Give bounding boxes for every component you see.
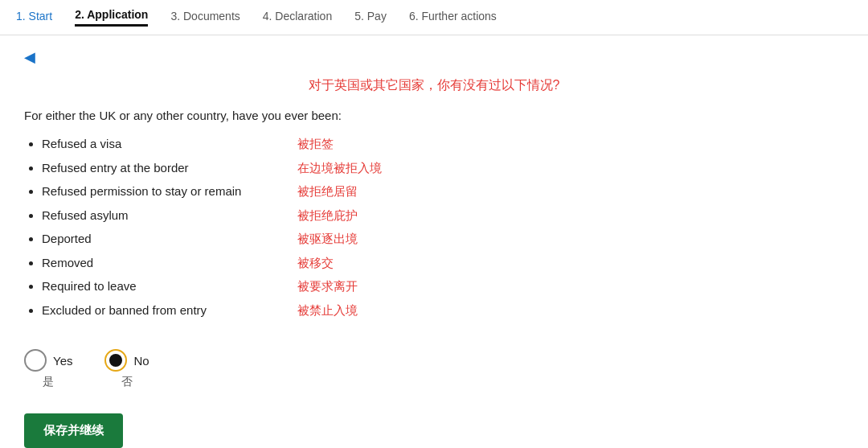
list-item-chinese-0: 被拒签	[297, 135, 844, 154]
back-button[interactable]: ◀	[24, 48, 35, 66]
list-item-english-5: Removed	[42, 254, 297, 273]
list-item-chinese-1: 在边境被拒入境	[297, 159, 844, 178]
nav-item-5-pay[interactable]: 5. Pay	[354, 10, 387, 26]
radio-chinese-yes: 是	[43, 375, 54, 389]
nav-item-2-application[interactable]: 2. Application	[75, 8, 148, 27]
question-text: For either the UK or any other country, …	[24, 109, 844, 122]
nav-item-4-declaration[interactable]: 4. Declaration	[263, 10, 332, 26]
radio-group: Yes是No否	[24, 349, 844, 389]
list-item-english-6: Required to leave	[42, 277, 297, 296]
save-continue-button[interactable]: 保存并继续	[24, 413, 123, 448]
radio-label-no: No	[133, 354, 149, 368]
list-item-english-2: Refused permission to stay or remain	[42, 183, 297, 201]
list-item-english-4: Deported	[42, 230, 297, 249]
navigation-bar: 1. Start2. Application3. Documents4. Dec…	[0, 0, 868, 35]
chinese-heading: 对于英国或其它国家，你有没有过以下情况?	[24, 77, 844, 94]
list-item-english-7: Excluded or banned from entry	[42, 302, 297, 320]
nav-item-1-start[interactable]: 1. Start	[16, 10, 52, 26]
list-item-english-1: Refused entry at the border	[42, 159, 297, 178]
list-item-chinese-2: 被拒绝居留	[297, 183, 844, 201]
radio-circle-yes[interactable]	[24, 349, 47, 372]
main-content: ◀ 对于英国或其它国家，你有没有过以下情况? For either the UK…	[0, 35, 868, 448]
list-item-english-3: Refused asylum	[42, 207, 297, 225]
list-item-chinese-3: 被拒绝庇护	[297, 207, 844, 225]
items-grid: Refused a visaRefused entry at the borde…	[24, 135, 844, 325]
list-item-english-0: Refused a visa	[42, 135, 297, 154]
nav-item-6-further-actions[interactable]: 6. Further actions	[409, 10, 497, 26]
radio-option-yes[interactable]: Yes是	[24, 349, 72, 389]
chinese-list: 被拒签在边境被拒入境被拒绝居留被拒绝庇护被驱逐出境被移交被要求离开被禁止入境	[297, 135, 844, 325]
radio-circle-no[interactable]	[104, 349, 127, 372]
list-item-chinese-7: 被禁止入境	[297, 302, 844, 320]
nav-item-3-documents[interactable]: 3. Documents	[170, 10, 240, 26]
list-item-chinese-6: 被要求离开	[297, 277, 844, 296]
english-list: Refused a visaRefused entry at the borde…	[24, 135, 297, 325]
radio-chinese-no: 否	[121, 375, 133, 389]
radio-option-no[interactable]: No否	[104, 349, 149, 389]
list-item-chinese-5: 被移交	[297, 254, 844, 273]
radio-label-yes: Yes	[53, 354, 72, 368]
list-item-chinese-4: 被驱逐出境	[297, 230, 844, 249]
